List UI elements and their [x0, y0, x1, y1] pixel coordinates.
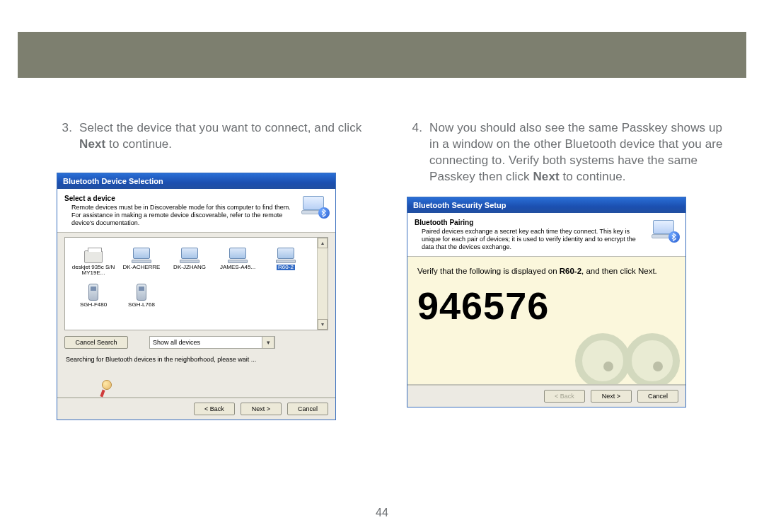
verify-instruction: Verify that the following is displayed o…: [417, 265, 676, 277]
scroll-up-icon[interactable]: ▴: [318, 238, 328, 248]
next-button[interactable]: Next >: [241, 403, 282, 415]
device-item[interactable]: SGH-L768: [117, 278, 166, 310]
device-item[interactable]: JAMES-A45...: [214, 241, 262, 279]
cancel-button[interactable]: Cancel: [637, 390, 678, 403]
verify-before: Verify that the following is displayed o…: [417, 267, 560, 275]
back-button[interactable]: < Back: [194, 403, 235, 415]
bluetooth-laptop-icon: [301, 195, 328, 217]
step-text-2: to continue.: [560, 170, 626, 183]
device-item[interactable]: DK-JZHANG: [166, 241, 214, 279]
step-text-bold: Next: [79, 137, 105, 151]
dialog-titlebar: Bluetooth Device Selection: [57, 173, 335, 189]
binoculars-icon: [578, 333, 677, 384]
laptop-icon: [214, 242, 262, 263]
step-body: Select the device that you want to conne…: [79, 120, 378, 153]
device-label: SGH-L768: [128, 302, 155, 308]
device-label: DK-JZHANG: [173, 265, 206, 271]
laptop-icon: [262, 242, 310, 263]
cancel-search-button[interactable]: Cancel Search: [64, 336, 128, 349]
laptop-icon: [166, 242, 214, 263]
verify-after: , and then click Next.: [581, 267, 657, 275]
device-item[interactable]: deskjet 935c S/N MY19E...: [69, 241, 117, 279]
dialog-title: Bluetooth Device Selection: [63, 177, 163, 185]
content-columns: 3. Select the device that you want to co…: [57, 120, 729, 420]
scrollbar[interactable]: ▴ ▾: [317, 238, 328, 330]
filter-select[interactable]: Show all devices: [149, 336, 275, 349]
step-text-after: to continue.: [105, 137, 172, 151]
device-item[interactable]: SGH-F480: [69, 278, 117, 310]
device-label: JAMES-A45...: [220, 265, 255, 271]
dialog-titlebar: Bluetooth Security Setup: [407, 197, 685, 213]
device-label: R60-2: [277, 265, 295, 271]
passkey-value: 946576: [417, 284, 676, 328]
step-text-bold: Next: [533, 170, 559, 183]
laptop-icon: [117, 242, 166, 263]
verify-area: Verify that the following is displayed o…: [407, 257, 685, 384]
step-3: 3. Select the device that you want to co…: [57, 120, 378, 153]
header-title: Select a device: [64, 195, 297, 202]
right-column: 4. Now you should also see the same Pass…: [407, 120, 729, 420]
dialog-footer: < Back Next > Cancel: [407, 385, 685, 407]
next-button[interactable]: Next >: [591, 390, 632, 403]
device-list[interactable]: deskjet 935c S/N MY19E...DK-ACHERREDK-JZ…: [64, 237, 328, 330]
step-4: 4. Now you should also see the same Pass…: [407, 120, 729, 185]
step-text-before: Select the device that you want to conne…: [79, 121, 361, 134]
dialog-footer: < Back Next > Cancel: [57, 398, 335, 420]
page-number: 44: [376, 507, 388, 519]
step-number: 3.: [57, 120, 72, 153]
header-body: Remote devices must be in Discoverable m…: [64, 204, 297, 228]
pushpin-icon: [100, 380, 114, 397]
device-selection-dialog: Bluetooth Device Selection Select a devi…: [57, 173, 336, 420]
left-column: 3. Select the device that you want to co…: [57, 120, 378, 420]
verify-device: R60-2: [560, 267, 581, 275]
header-title: Bluetooth Pairing: [415, 219, 647, 226]
step-number: 4.: [407, 120, 422, 185]
bluetooth-laptop-icon: [652, 219, 678, 241]
filter-select-value: Show all devices: [153, 339, 200, 346]
phone-icon: [117, 279, 166, 301]
device-item[interactable]: DK-ACHERRE: [117, 241, 166, 279]
step-body: Now you should also see the same Passkey…: [429, 120, 729, 185]
page-header-bar: [18, 32, 746, 78]
cancel-button[interactable]: Cancel: [287, 403, 328, 415]
phone-icon: [69, 279, 117, 301]
security-setup-dialog: Bluetooth Security Setup Bluetooth Pairi…: [407, 197, 686, 407]
status-text: Searching for Bluetooth devices in the n…: [66, 356, 327, 363]
dialog-title: Bluetooth Security Setup: [413, 201, 506, 209]
device-label: DK-ACHERRE: [123, 265, 161, 271]
device-label: SGH-F480: [80, 302, 107, 308]
scroll-down-icon[interactable]: ▾: [318, 319, 328, 330]
header-body: Paired devices exchange a secret key eac…: [415, 228, 647, 252]
device-label: deskjet 935c S/N MY19E...: [69, 265, 117, 277]
back-button: < Back: [544, 390, 585, 403]
printer-icon: [69, 242, 117, 263]
device-item[interactable]: R60-2: [262, 241, 310, 279]
